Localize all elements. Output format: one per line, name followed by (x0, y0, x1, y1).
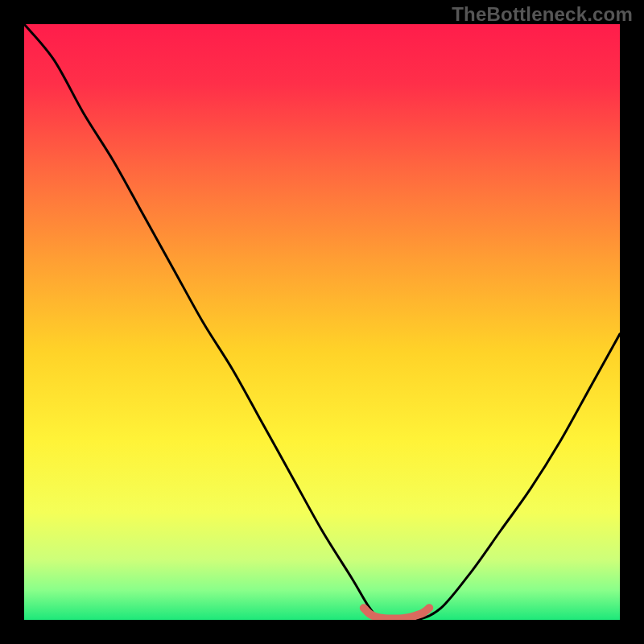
curve-layer (24, 24, 620, 620)
optimal-zone-marker (364, 608, 429, 618)
chart-frame: TheBottleneck.com (0, 0, 644, 644)
bottleneck-curve (24, 24, 620, 620)
plot-area (24, 24, 620, 620)
watermark-text: TheBottleneck.com (452, 3, 633, 26)
